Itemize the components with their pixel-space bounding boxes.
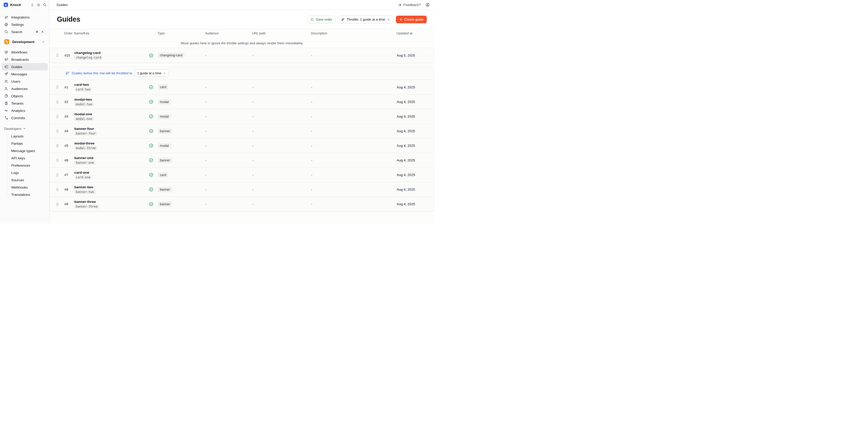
sidebar-item-search[interactable]: Search⌘K	[2, 28, 48, 35]
guide-row-card-one[interactable]: #7card-onecard-onecard---Aug 4, 2025	[50, 167, 434, 182]
sidebar-subitem-webhooks[interactable]: Webhooks	[7, 184, 49, 191]
environment-selector[interactable]: Development	[2, 38, 48, 45]
guide-row-modal-one[interactable]: #3modal-onemodal-onemodal---Aug 4, 2025	[50, 109, 434, 124]
save-order-button[interactable]: Save order	[307, 15, 336, 23]
guide-description: -	[311, 115, 397, 118]
workspace-switcher[interactable]: k Knock	[0, 0, 49, 10]
search-icon[interactable]	[43, 3, 47, 7]
drag-handle[interactable]	[56, 129, 64, 133]
guide-row-banner-three[interactable]: #9banner-threebanner-threebanner---Aug 4…	[50, 197, 434, 211]
guide-key-chip: changelog-card	[74, 56, 103, 60]
sidebar-subitem-translations[interactable]: Translations	[7, 191, 49, 198]
guide-name-key: card-twocard-two	[74, 83, 149, 92]
guide-order: #9	[64, 202, 74, 206]
keyboard-shortcut-key: ⌘	[34, 29, 39, 34]
guide-row-modal-three[interactable]: #5modal-threemodal-threemodal---Aug 4, 2…	[50, 138, 434, 153]
chevrons-updown-icon[interactable]	[31, 3, 34, 7]
bell-icon[interactable]	[36, 3, 40, 7]
guide-order: #8	[64, 188, 74, 191]
guide-updated-at: Aug 4, 2025	[397, 188, 428, 191]
column-header-url-path: URL path	[252, 32, 311, 35]
guide-type-chip: modal	[158, 114, 171, 119]
drag-handle[interactable]	[56, 173, 64, 177]
guide-type: card	[158, 85, 205, 90]
drag-handle[interactable]	[56, 158, 64, 162]
sidebar-subitem-message-types[interactable]: Message types	[7, 147, 49, 154]
guide-name-key: modal-threemodal-three	[74, 141, 149, 150]
ignore-throttle-hint: Move guides here to ignore the throttle …	[50, 41, 434, 45]
sidebar-item-users[interactable]: Users	[2, 78, 48, 85]
drag-handle[interactable]	[56, 144, 64, 148]
sidebar-item-analytics[interactable]: Analytics	[2, 107, 48, 114]
guide-row-changelog-card[interactable]: #10changelog-cardchangelog-cardchangelog…	[50, 48, 434, 63]
sidebar-item-guides[interactable]: Guides	[2, 63, 48, 70]
throttle-divider-link[interactable]: Guides below this row will be throttled …	[65, 71, 132, 75]
environment-label: Development	[12, 40, 34, 44]
column-header-name-key: Name/Key	[74, 32, 149, 35]
developers-section-toggle[interactable]: Developers	[2, 125, 48, 132]
pulse-icon	[4, 108, 8, 113]
drag-handle[interactable]	[56, 188, 64, 192]
sidebar-item-settings[interactable]: Settings	[2, 21, 48, 28]
sidebar-item-integrations[interactable]: Integrations	[2, 13, 48, 21]
guide-row-banner-one[interactable]: #6banner-onebanner-onebanner---Aug 4, 20…	[50, 153, 434, 167]
sidebar-item-workflows[interactable]: Workflows	[2, 49, 48, 56]
sidebar-item-tenants[interactable]: Tenants	[2, 100, 48, 107]
sidebar-item-messages[interactable]: Messages	[2, 70, 48, 78]
guide-status	[149, 158, 158, 162]
keyboard-shortcut-key: K	[40, 29, 45, 34]
users-icon	[4, 79, 8, 84]
workspace-name: Knock	[10, 3, 21, 7]
sidebar-subitem-logs[interactable]: Logs	[7, 169, 49, 176]
feedback-button[interactable]: Feedback?	[398, 3, 421, 7]
drag-handle[interactable]	[56, 115, 64, 119]
account-menu-button[interactable]	[425, 3, 430, 7]
guide-name: modal-three	[74, 141, 94, 145]
guide-url-path: -	[252, 100, 311, 104]
save-order-label: Save order	[316, 18, 333, 21]
guide-row-card-two[interactable]: #1card-twocard-twocard---Aug 4, 2025	[50, 80, 434, 94]
throttle-divider-label: Guides below this row will be throttled …	[72, 71, 132, 75]
sidebar-subitem-partials[interactable]: Partials	[7, 140, 49, 147]
sidebar-subitem-api-keys[interactable]: API keys	[7, 154, 49, 162]
create-guide-button[interactable]: Create guide	[396, 15, 427, 23]
throttle-setting-button[interactable]: Throttle: 1 guide at a time	[338, 15, 393, 23]
guide-status	[149, 202, 158, 206]
sidebar-item-objects[interactable]: Objects	[2, 92, 48, 100]
sidebar-item-commits[interactable]: Commits	[2, 114, 48, 122]
guide-order: #5	[64, 144, 74, 148]
drag-handle[interactable]	[56, 100, 64, 104]
sidebar-item-label: Tenants	[11, 101, 24, 105]
guide-audience: -	[205, 144, 252, 148]
sidebar-item-label: Commits	[11, 116, 25, 120]
grip-icon	[56, 129, 59, 133]
guide-key-chip: modal-one	[74, 117, 94, 121]
guide-description: -	[311, 54, 397, 57]
guide-row-modal-two[interactable]: #2modal-twomodal-twomodal---Aug 4, 2025	[50, 94, 434, 109]
guide-description: -	[311, 158, 397, 162]
guide-type: banner	[158, 201, 205, 207]
drag-handle[interactable]	[56, 53, 64, 57]
app-window: k Knock IntegrationsSettingsSearch⌘K Dev…	[0, 0, 434, 224]
guide-audience: -	[205, 158, 252, 162]
guide-row-banner-two[interactable]: #8banner-twobanner-twobanner---Aug 4, 20…	[50, 182, 434, 197]
guide-audience: -	[205, 54, 252, 57]
sidebar-subitem-sources[interactable]: Sources	[7, 176, 49, 184]
guide-status	[149, 53, 158, 58]
grip-icon	[56, 85, 59, 89]
sidebar-item-broadcasts[interactable]: Broadcasts	[2, 56, 48, 63]
drag-handle[interactable]	[56, 85, 64, 89]
sidebar-subitem-layouts[interactable]: Layouts	[7, 132, 49, 140]
sidebar-subitem-preferences[interactable]: Preferences	[7, 162, 49, 169]
environment-badge-icon	[4, 39, 9, 44]
magnifier-icon	[4, 30, 8, 34]
guide-row-banner-four[interactable]: #4banner-fourbanner-fourbanner---Aug 4, …	[50, 124, 434, 138]
sidebar-item-audiences[interactable]: Audiences	[2, 85, 48, 92]
check-circle-icon	[149, 143, 153, 148]
building-icon	[4, 101, 8, 105]
throttle-count-select[interactable]: 1 guide at a time	[134, 70, 168, 77]
drag-handle[interactable]	[56, 202, 64, 206]
guide-description: -	[311, 85, 397, 89]
sort-descending-icon	[65, 71, 69, 75]
feedback-label: Feedback?	[403, 3, 421, 7]
